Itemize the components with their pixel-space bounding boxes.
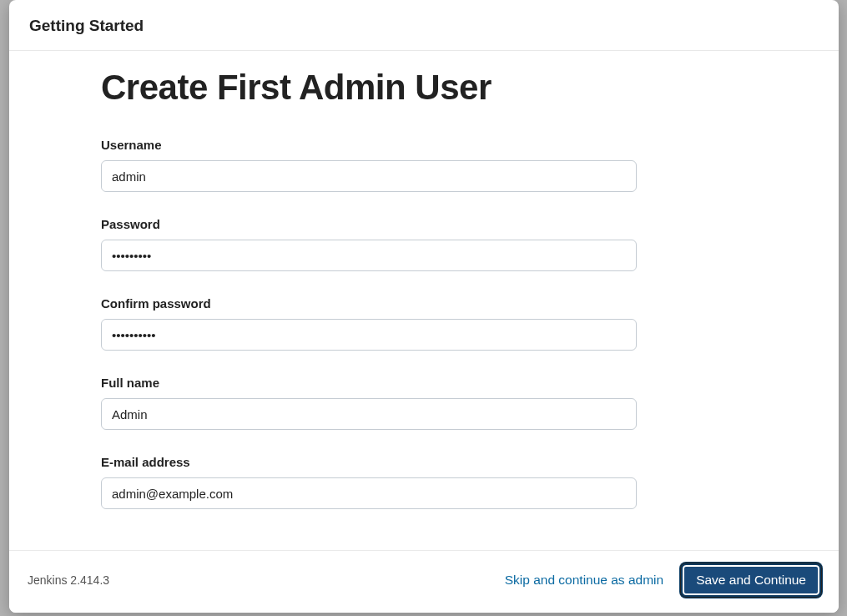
- email-input[interactable]: [101, 477, 637, 509]
- version-text: Jenkins 2.414.3: [28, 573, 109, 587]
- password-label: Password: [101, 217, 747, 231]
- email-group: E-mail address: [101, 455, 747, 509]
- full-name-label: Full name: [101, 376, 747, 390]
- save-continue-button[interactable]: Save and Continue: [682, 564, 820, 596]
- full-name-input[interactable]: [101, 398, 637, 430]
- confirm-password-group: Confirm password: [101, 296, 747, 351]
- username-label: Username: [101, 138, 747, 152]
- modal-title: Getting Started: [29, 17, 819, 35]
- username-group: Username: [101, 138, 747, 192]
- full-name-group: Full name: [101, 376, 747, 430]
- modal-body[interactable]: Create First Admin User Username Passwor…: [9, 51, 839, 550]
- page-title: Create First Admin User: [101, 68, 747, 108]
- password-group: Password: [101, 217, 747, 271]
- email-label: E-mail address: [101, 455, 747, 469]
- confirm-password-label: Confirm password: [101, 296, 747, 311]
- modal-header: Getting Started: [9, 0, 839, 51]
- confirm-password-input[interactable]: [101, 319, 637, 351]
- username-input[interactable]: [101, 160, 637, 192]
- form-content: Create First Admin User Username Passwor…: [9, 51, 839, 550]
- setup-wizard-modal: Getting Started Create First Admin User …: [9, 0, 839, 613]
- footer-actions: Skip and continue as admin Save and Cont…: [505, 564, 820, 596]
- modal-footer: Jenkins 2.414.3 Skip and continue as adm…: [9, 550, 839, 613]
- skip-link[interactable]: Skip and continue as admin: [505, 573, 663, 588]
- password-input[interactable]: [101, 240, 637, 271]
